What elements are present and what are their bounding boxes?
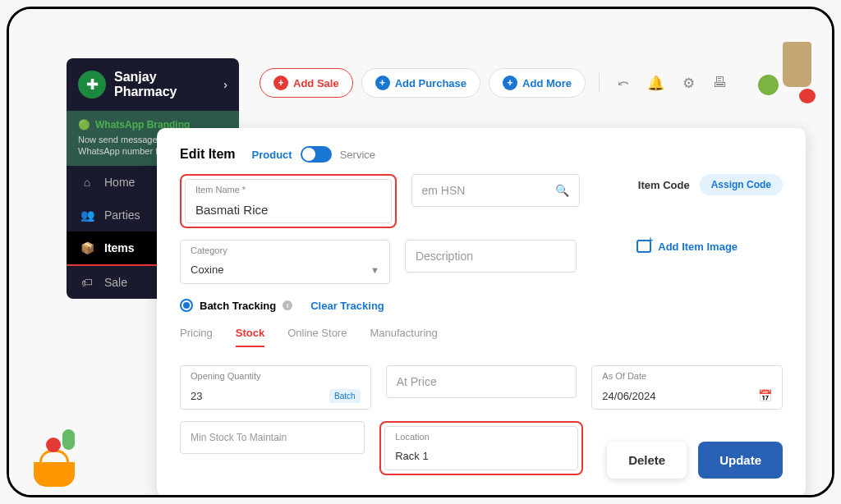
modal-title: Edit Item	[180, 147, 236, 162]
bell-icon[interactable]: 🔔	[642, 70, 669, 97]
add-sale-label: Add Sale	[293, 77, 339, 89]
location-value: Rack 1	[395, 450, 428, 462]
chevron-down-icon: ▼	[370, 265, 379, 275]
add-more-button[interactable]: + Add More	[489, 68, 586, 98]
at-price-label: At Price	[397, 375, 437, 388]
sale-icon: 🏷	[80, 276, 94, 289]
search-icon[interactable]: 🔍	[555, 184, 569, 197]
info-icon[interactable]: i	[283, 300, 292, 310]
item-name-field[interactable]: Item Name * Basmati Rice	[185, 179, 392, 223]
home-icon: ⌂	[80, 176, 94, 189]
chevron-right-icon[interactable]: ›	[223, 78, 227, 91]
printer-icon[interactable]: 🖶	[708, 70, 732, 96]
hsn-placeholder: em HSN	[422, 184, 466, 197]
description-placeholder: Description	[416, 250, 473, 263]
as-of-date-field[interactable]: As Of Date 24/06/2024 📅	[591, 365, 783, 410]
opening-quantity-field[interactable]: Opening Quantity 23 Batch	[180, 365, 371, 410]
opening-qty-value: 23	[191, 390, 202, 402]
at-price-field[interactable]: At Price	[386, 365, 577, 398]
min-stock-label: Min Stock To Maintain	[191, 432, 287, 443]
add-purchase-label: Add Purchase	[395, 77, 466, 89]
plus-icon: +	[273, 76, 288, 90]
sidebar-label: Home	[104, 176, 135, 189]
whatsapp-icon: 🟢	[78, 119, 90, 131]
sidebar-label: Sale	[104, 276, 127, 289]
item-code-label: Item Code	[638, 179, 690, 191]
tab-manufacturing[interactable]: Manufacturing	[370, 327, 437, 347]
category-field[interactable]: Category Coxine ▼	[180, 240, 390, 284]
decor-groceries-bl	[25, 421, 83, 487]
item-name-label: Item Name *	[195, 185, 246, 195]
sidebar-label: Parties	[104, 208, 140, 222]
delete-button[interactable]: Delete	[607, 442, 687, 479]
batch-tracking-radio[interactable]: Batch Tracking i	[180, 299, 292, 312]
product-service-toggle[interactable]	[301, 146, 332, 163]
hsn-field[interactable]: em HSN 🔍	[411, 174, 581, 207]
min-stock-field[interactable]: Min Stock To Maintain	[180, 421, 365, 454]
location-highlight: Location Rack 1	[379, 421, 583, 475]
add-purchase-button[interactable]: + Add Purchase	[361, 68, 480, 98]
as-of-date-label: As Of Date	[602, 371, 646, 381]
item-name-highlight: Item Name * Basmati Rice	[180, 174, 397, 228]
category-label: Category	[191, 245, 227, 255]
assign-code-button[interactable]: Assign Code	[700, 174, 783, 195]
opening-qty-label: Opening Quantity	[191, 371, 261, 381]
sidebar-label: Items	[104, 241, 135, 254]
description-field[interactable]: Description	[405, 240, 577, 273]
plus-icon: +	[503, 76, 517, 90]
update-button[interactable]: Update	[698, 442, 783, 479]
add-sale-button[interactable]: + Add Sale	[260, 68, 353, 98]
radio-checked-icon	[180, 299, 193, 312]
add-item-image-button[interactable]: Add Item Image	[636, 240, 738, 253]
batch-tracking-label: Batch Tracking	[200, 300, 276, 312]
notification-icon[interactable]: ⤺	[613, 70, 634, 97]
gear-icon[interactable]: ⚙	[678, 70, 700, 97]
service-label[interactable]: Service	[340, 149, 375, 161]
sidebar-header[interactable]: ✚ Sanjay Pharmacy ›	[67, 58, 239, 111]
add-image-label: Add Item Image	[658, 241, 738, 253]
pharmacy-logo-icon: ✚	[78, 71, 106, 99]
edit-item-modal: Edit Item Product Service Item Name * Ba…	[157, 128, 806, 497]
product-label[interactable]: Product	[252, 149, 292, 161]
item-name-value: Basmati Rice	[195, 203, 268, 217]
batch-chip[interactable]: Batch	[329, 389, 361, 403]
plus-icon: +	[375, 76, 390, 90]
parties-icon: 👥	[80, 208, 94, 222]
camera-icon	[636, 240, 651, 253]
calendar-icon[interactable]: 📅	[758, 389, 772, 402]
tab-pricing[interactable]: Pricing	[180, 327, 213, 347]
clear-tracking-link[interactable]: Clear Tracking	[310, 300, 384, 312]
item-tabs: Pricing Stock Online Store Manufacturing	[180, 327, 783, 347]
tab-online-store[interactable]: Online Store	[287, 327, 347, 347]
company-name: Sanjay Pharmacy	[114, 70, 215, 99]
as-of-date-value: 24/06/2024	[602, 390, 655, 402]
divider	[599, 73, 600, 93]
top-action-bar: + Add Sale + Add Purchase + Add More ⤺ 🔔…	[260, 68, 791, 98]
add-more-label: Add More	[522, 77, 572, 89]
category-value: Coxine	[191, 263, 223, 276]
tab-stock[interactable]: Stock	[236, 327, 264, 347]
location-label: Location	[395, 432, 430, 442]
items-icon: 📦	[80, 241, 94, 254]
location-field[interactable]: Location Rack 1	[384, 426, 578, 470]
